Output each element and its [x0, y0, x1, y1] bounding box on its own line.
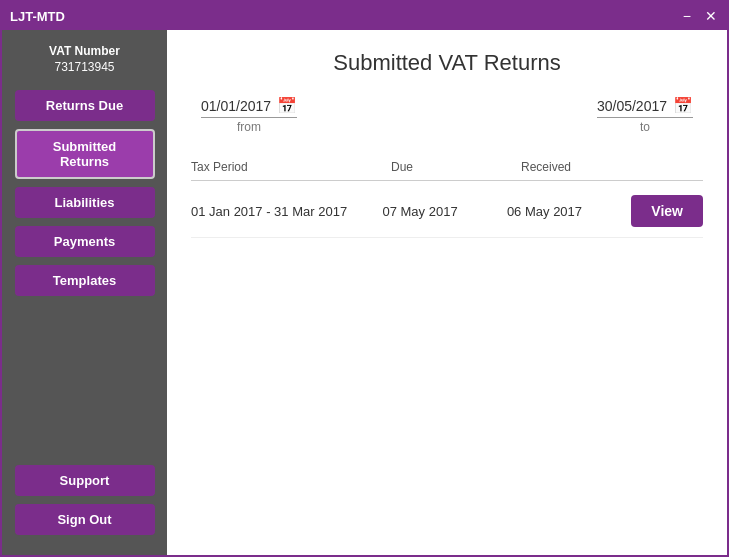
table-header: Tax Period Due Received	[191, 154, 703, 181]
view-button[interactable]: View	[631, 195, 703, 227]
calendar-from-icon[interactable]: 📅	[277, 96, 297, 115]
header-due: Due	[391, 160, 521, 174]
title-bar: LJT-MTD − ✕	[2, 2, 727, 30]
support-button[interactable]: Support	[15, 465, 155, 496]
header-tax-period: Tax Period	[191, 160, 391, 174]
page-title: Submitted VAT Returns	[191, 50, 703, 76]
sidebar: VAT Number 731713945 Returns Due Submitt…	[2, 30, 167, 555]
cell-received: 06 May 2017	[507, 204, 631, 219]
minimize-button[interactable]: −	[681, 8, 693, 24]
header-action	[651, 160, 703, 174]
date-to-input-row: 30/05/2017 📅	[597, 96, 693, 118]
window-controls: − ✕	[681, 8, 719, 24]
date-from-value: 01/01/2017	[201, 98, 271, 114]
vat-number-label: VAT Number	[49, 44, 120, 58]
sidebar-item-payments[interactable]: Payments	[15, 226, 155, 257]
sign-out-button[interactable]: Sign Out	[15, 504, 155, 535]
table-row: 01 Jan 2017 - 31 Mar 2017 07 May 2017 06…	[191, 185, 703, 238]
date-to-value: 30/05/2017	[597, 98, 667, 114]
sidebar-item-returns-due[interactable]: Returns Due	[15, 90, 155, 121]
cell-action: View	[631, 195, 703, 227]
sidebar-item-submitted-returns[interactable]: Submitted Returns	[15, 129, 155, 179]
date-to-label: to	[640, 120, 650, 134]
date-from-label: from	[237, 120, 261, 134]
close-button[interactable]: ✕	[703, 8, 719, 24]
sidebar-bottom: Support Sign Out	[10, 465, 159, 545]
date-to-field: 30/05/2017 📅 to	[597, 96, 693, 134]
header-received: Received	[521, 160, 651, 174]
date-from-field: 01/01/2017 📅 from	[201, 96, 297, 134]
date-from-input-row: 01/01/2017 📅	[201, 96, 297, 118]
sidebar-item-templates[interactable]: Templates	[15, 265, 155, 296]
sidebar-item-liabilities[interactable]: Liabilities	[15, 187, 155, 218]
vat-number-value: 731713945	[54, 60, 114, 74]
date-filter-row: 01/01/2017 📅 from 30/05/2017 📅 to	[191, 96, 703, 134]
main-layout: VAT Number 731713945 Returns Due Submitt…	[2, 30, 727, 555]
cell-due: 07 May 2017	[382, 204, 506, 219]
sidebar-nav: Returns Due Submitted Returns Liabilitie…	[10, 90, 159, 296]
app-title: LJT-MTD	[10, 9, 65, 24]
calendar-to-icon[interactable]: 📅	[673, 96, 693, 115]
cell-tax-period: 01 Jan 2017 - 31 Mar 2017	[191, 204, 382, 219]
content-area: Submitted VAT Returns 01/01/2017 📅 from …	[167, 30, 727, 555]
app-window: LJT-MTD − ✕ VAT Number 731713945 Returns…	[0, 0, 729, 557]
